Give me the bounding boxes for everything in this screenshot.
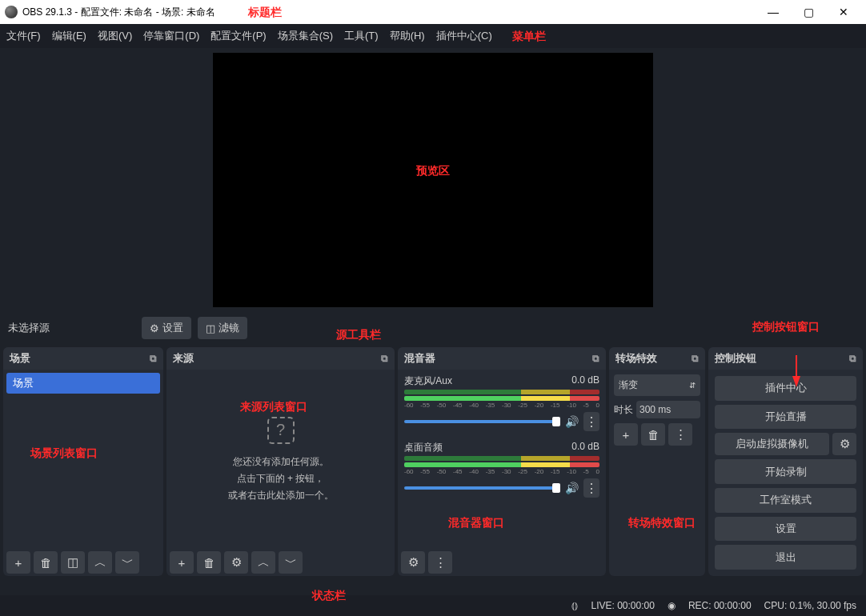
live-status: LIVE: 00:00:00	[591, 600, 654, 611]
trans-title: 转场特效	[615, 351, 657, 366]
source-add-button[interactable]: +	[170, 551, 194, 574]
mic-menu-button[interactable]: ⋮	[583, 412, 599, 431]
mixer-title: 混音器	[404, 351, 435, 366]
maximize-button[interactable]: ▢	[791, 0, 826, 24]
mic-meter	[404, 390, 599, 394]
mic-volume-slider[interactable]	[404, 420, 560, 423]
sources-popout-icon[interactable]: ⧉	[381, 353, 388, 364]
question-icon: ?	[267, 417, 295, 444]
scene-filter-button[interactable]: ◫	[61, 551, 85, 574]
source-remove-button[interactable]: 🗑	[197, 551, 221, 574]
scenes-popout-icon[interactable]: ⧉	[150, 353, 157, 364]
mic-meter-2	[404, 396, 599, 401]
no-source-label: 未选择源	[8, 321, 50, 335]
mixer-channel-desktop: 桌面音频0.0 dB -60-55-50-45-40-35-30-25-20-1…	[401, 439, 603, 506]
scene-down-button[interactable]: ﹀	[115, 551, 139, 574]
controls-panel: 控制按钮⧉ 插件中心 开始直播 启动虚拟摄像机 ⚙ 开始录制 工作室模式 设置 …	[708, 347, 863, 576]
menu-view[interactable]: 视图(V)	[98, 29, 132, 43]
studio-mode-button[interactable]: 工作室模式	[715, 488, 856, 513]
start-recording-button[interactable]: 开始录制	[715, 459, 856, 484]
preview-canvas[interactable]	[213, 53, 653, 307]
menu-help[interactable]: 帮助(H)	[390, 29, 425, 43]
trans-popout-icon[interactable]: ⧉	[692, 353, 699, 364]
scenes-title: 场景	[10, 351, 30, 366]
source-settings-button[interactable]: ⚙设置	[142, 317, 191, 339]
plugin-center-button[interactable]: 插件中心	[715, 376, 856, 401]
scene-up-button[interactable]: ︿	[88, 551, 112, 574]
desktop-menu-button[interactable]: ⋮	[583, 478, 599, 498]
mic-ticks: -60-55-50-45-40-35-30-25-20-15-10-50	[404, 402, 599, 409]
cpu-status: CPU: 0.1%, 30.00 fps	[764, 600, 856, 611]
obs-logo-icon	[5, 6, 18, 18]
filter-icon: ◫	[206, 322, 215, 334]
mixer-channel-mic: 麦克风/Aux0.0 dB -60-55-50-45-40-35-30-25-2…	[401, 373, 603, 439]
transition-select[interactable]: 渐变⇵	[614, 374, 700, 396]
desktop-meter-2	[404, 462, 599, 467]
mic-speaker-icon[interactable]: 🔊	[565, 415, 579, 428]
close-button[interactable]: ✕	[826, 0, 861, 24]
source-filters-button[interactable]: ◫滤镜	[198, 317, 247, 339]
desktop-ticks: -60-55-50-45-40-35-30-25-20-15-10-50	[404, 468, 599, 475]
menu-profile[interactable]: 配置文件(P)	[210, 29, 266, 43]
source-up-button[interactable]: ︿	[251, 551, 275, 574]
rec-status-icon: ◉	[668, 600, 676, 611]
chevron-updown-icon: ⇵	[689, 381, 696, 390]
rec-status: REC: 00:00:00	[688, 600, 752, 611]
mixer-menu-button[interactable]: ⋮	[428, 551, 452, 574]
menu-tools[interactable]: 工具(T)	[344, 29, 379, 43]
scenes-panel: 场景⧉ 场景 + 🗑 ◫ ︿ ﹀	[3, 347, 163, 576]
mixer-popout-icon[interactable]: ⧉	[592, 353, 599, 364]
trans-menu-button[interactable]: ⋮	[668, 423, 692, 446]
menu-edit[interactable]: 编辑(E)	[52, 29, 86, 43]
menu-plugin-center[interactable]: 插件中心(C)	[436, 29, 492, 43]
desktop-volume-slider[interactable]	[404, 486, 560, 490]
minimize-button[interactable]: —	[756, 0, 791, 24]
mixer-panel: 混音器⧉ 麦克风/Aux0.0 dB -60-55-50-45-40-35-30…	[398, 347, 606, 576]
source-down-button[interactable]: ﹀	[279, 551, 303, 574]
statusbar: ⦅⦆ LIVE: 00:00:00 ◉ REC: 00:00:00 CPU: 0…	[0, 595, 866, 616]
start-streaming-button[interactable]: 开始直播	[715, 405, 856, 430]
anno-arrow	[792, 376, 800, 387]
trans-remove-button[interactable]: 🗑	[641, 423, 665, 446]
source-toolbar: 未选择源 ⚙设置 ◫滤镜	[0, 312, 866, 344]
start-virtual-cam-button[interactable]: 启动虚拟摄像机	[715, 433, 829, 455]
desktop-meter	[404, 456, 599, 461]
menubar: 文件(F) 编辑(E) 视图(V) 停靠窗口(D) 配置文件(P) 场景集合(S…	[0, 24, 866, 48]
preview-area	[0, 48, 866, 312]
trans-add-button[interactable]: +	[614, 423, 638, 446]
window-title: OBS 29.1.3 - 配置文件: 未命名 - 场景: 未命名	[22, 6, 215, 19]
titlebar: OBS 29.1.3 - 配置文件: 未命名 - 场景: 未命名 — ▢ ✕	[0, 0, 866, 24]
menu-scene-collection[interactable]: 场景集合(S)	[278, 29, 333, 43]
exit-button[interactable]: 退出	[715, 545, 856, 570]
menu-dock[interactable]: 停靠窗口(D)	[143, 29, 199, 43]
ctrl-title: 控制按钮	[715, 351, 756, 366]
duration-input[interactable]	[636, 401, 700, 418]
sources-empty[interactable]: ? 您还没有添加任何源。 点击下面的 + 按钮， 或者右击此处添加一个。	[170, 373, 391, 546]
sources-panel: 来源⧉ ? 您还没有添加任何源。 点击下面的 + 按钮， 或者右击此处添加一个。…	[166, 347, 395, 576]
transitions-panel: 转场特效⧉ 渐变⇵ 时长 + 🗑 ⋮	[609, 347, 705, 576]
source-properties-button[interactable]: ⚙	[224, 551, 248, 574]
scene-item[interactable]: 场景	[6, 373, 160, 394]
scene-add-button[interactable]: +	[6, 551, 30, 574]
mixer-settings-button[interactable]: ⚙	[401, 551, 425, 574]
scene-remove-button[interactable]: 🗑	[34, 551, 58, 574]
sources-title: 来源	[173, 351, 194, 366]
stream-status-icon: ⦅⦆	[571, 600, 578, 611]
gear-icon: ⚙	[150, 322, 159, 334]
desktop-speaker-icon[interactable]: 🔊	[565, 482, 579, 494]
menu-file[interactable]: 文件(F)	[6, 29, 41, 43]
virtual-cam-settings-button[interactable]: ⚙	[832, 433, 856, 455]
ctrl-popout-icon[interactable]: ⧉	[849, 353, 856, 364]
settings-button[interactable]: 设置	[715, 517, 856, 542]
